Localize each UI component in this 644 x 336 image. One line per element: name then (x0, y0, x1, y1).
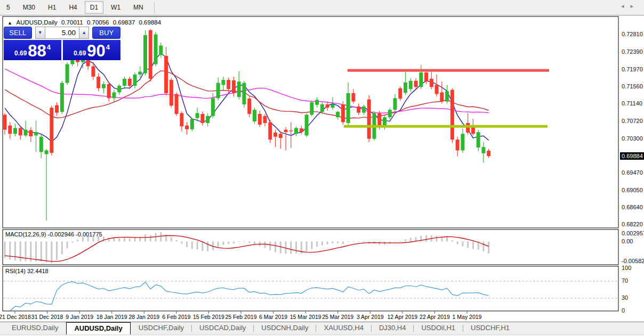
candle-body (450, 90, 454, 140)
candle-body (242, 83, 246, 104)
timeframe-button-5[interactable]: 5 (1, 1, 15, 14)
candle-body (424, 72, 428, 81)
candle-body (300, 128, 303, 132)
candle-body (190, 119, 194, 129)
candle-body (279, 134, 283, 138)
timeframe-button-m30[interactable]: M30 (18, 1, 41, 14)
chart-tab-usdchf-h1[interactable]: USDCHF,H1 (463, 322, 517, 334)
candle-body (320, 104, 324, 112)
candle-body (45, 150, 49, 154)
macd-histogram-bar (46, 242, 47, 263)
chart-tab-xauusd-h4[interactable]: XAUUSD,H4 (316, 322, 371, 334)
rsi-axis-label: 30 (622, 294, 628, 301)
chart-tab-usdchf-daily[interactable]: USDCHF,Daily (131, 322, 191, 334)
buy-price-prefix: 0.69 (74, 50, 86, 57)
date-tick-label: 28 Jan 2019 (128, 314, 159, 320)
macd-histogram-bar (342, 242, 344, 244)
candle-body (419, 72, 423, 87)
timeframe-button-h1[interactable]: H1 (43, 1, 61, 14)
candle-body (367, 100, 371, 139)
macd-histogram-bar (155, 233, 157, 242)
candle-body (357, 106, 360, 113)
sell-price-prefix: 0.69 (14, 50, 27, 57)
date-tick-label: 1 May 2019 (453, 314, 482, 320)
macd-histogram-bar (51, 242, 52, 264)
macd-histogram-bar (207, 242, 208, 252)
macd-histogram-bar (160, 232, 162, 242)
macd-histogram-bar (67, 242, 68, 249)
tab-scroll-left-icon[interactable]: ◂ (621, 3, 631, 9)
candle-body (66, 64, 69, 83)
candle-body (305, 114, 309, 135)
timeframe-button-mn[interactable]: MN (128, 1, 149, 14)
date-tick-label: 25 Feb 2019 (226, 314, 257, 320)
macd-histogram-bar (275, 242, 276, 252)
macd-signal-value: -0.001775 (76, 231, 102, 237)
candle-body (164, 56, 168, 93)
one-click-trade-panel: SELL ▼ ▲ BUY 0.69 88 4 0.69 90 4 (4, 27, 120, 60)
price-tick-label: 0.71560 (622, 83, 643, 89)
macd-histogram-bar (405, 239, 406, 241)
date-tick-label: 15 Feb 2019 (193, 314, 224, 320)
tab-scroll-right-icon[interactable]: ▸ (630, 3, 640, 9)
chart-tab-audusd-daily[interactable]: AUDUSD,Daily (66, 322, 130, 334)
macd-histogram-bar (238, 242, 240, 242)
candle-body (138, 72, 142, 75)
macd-histogram-bar (61, 242, 63, 255)
chart-tab-usdoil-h1[interactable]: USDOil,H1 (414, 322, 463, 334)
buy-price-pips: 90 (87, 44, 105, 59)
current-price-tag: 0.69884 (620, 152, 644, 160)
candle-body (29, 130, 33, 136)
rsi-axis-label: 0 (622, 307, 625, 314)
chart-title: ▲ AUDUSD,Daily 0.70011 0.70056 0.69837 0… (7, 19, 163, 26)
macd-histogram-bar (399, 241, 401, 242)
candle-body (430, 79, 433, 87)
candle-body (143, 35, 147, 73)
sell-quote-box[interactable]: 0.69 88 4 (4, 40, 61, 60)
candle-body (133, 75, 137, 86)
macd-histogram-bar (103, 236, 104, 241)
candle-body (19, 128, 22, 135)
rsi-axis-label: 100 (622, 265, 631, 271)
chart-tab-eurusd-daily[interactable]: EURUSD,Daily (4, 322, 66, 334)
rsi-axis-label: 70 (622, 277, 628, 284)
ohlc-open: 0.70011 (61, 19, 83, 26)
support-line[interactable] (344, 125, 548, 128)
toolbar-divider (154, 2, 155, 13)
volume-decrease-button[interactable]: ▼ (35, 27, 45, 39)
chart-tab-usdcad-daily[interactable]: USDCAD,Daily (192, 322, 253, 334)
timeframe-toolbar: 5M30H1H4D1W1MN (0, 0, 644, 15)
buy-quote-box[interactable]: 0.69 90 4 (63, 40, 120, 60)
volume-input[interactable] (45, 27, 79, 39)
chart-tab-usdcnh-daily[interactable]: USDCNH,Daily (254, 322, 316, 334)
buy-button[interactable]: BUY (92, 27, 120, 39)
volume-increase-button[interactable]: ▲ (79, 27, 89, 39)
candle-body (351, 93, 355, 102)
macd-histogram-bar (472, 242, 474, 249)
macd-histogram-bar (218, 242, 219, 248)
chart-tab-dj30-h4[interactable]: DJ30,H4 (372, 322, 414, 334)
macd-histogram-bar (171, 237, 172, 242)
ohlc-low: 0.69837 (113, 19, 135, 26)
macd-histogram-bar (462, 242, 463, 247)
candle-body (221, 80, 225, 85)
macd-histogram-bar (35, 242, 37, 261)
candle-body (128, 79, 132, 86)
timeframe-button-w1[interactable]: W1 (106, 1, 126, 14)
sell-button[interactable]: SELL (4, 27, 32, 39)
macd-histogram-bar (358, 241, 359, 242)
resistance-line[interactable] (348, 69, 549, 72)
tab-scroll-arrows[interactable]: ◂▸ (621, 3, 640, 10)
timeframe-button-d1[interactable]: D1 (85, 1, 103, 14)
macd-histogram-bar (134, 237, 136, 241)
macd-histogram-bar (321, 242, 323, 245)
macd-histogram-bar (482, 242, 484, 252)
timeframe-button-h4[interactable]: H4 (63, 1, 82, 14)
candle-body (185, 126, 189, 129)
candle-body (154, 35, 158, 64)
macd-histogram-bar (436, 236, 438, 242)
price-tick-label: 0.68640 (622, 204, 643, 210)
macd-histogram-bar (395, 242, 396, 242)
macd-histogram-bar (56, 242, 58, 260)
candle-body (310, 102, 313, 114)
